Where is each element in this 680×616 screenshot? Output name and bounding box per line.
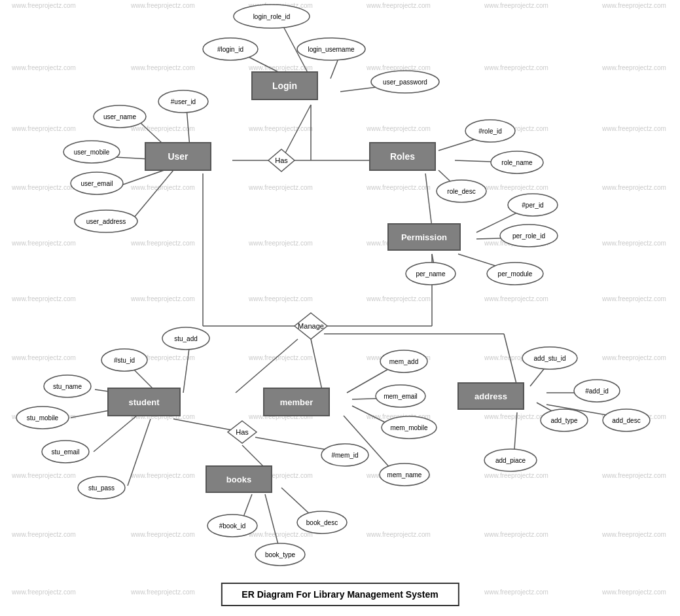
svg-text:www.freeprojectz.com: www.freeprojectz.com — [601, 589, 666, 596]
svg-text:www.freeprojectz.com: www.freeprojectz.com — [366, 64, 431, 71]
svg-text:www.freeprojectz.com: www.freeprojectz.com — [130, 589, 195, 596]
svg-text:www.freeprojectz.com: www.freeprojectz.com — [601, 472, 666, 479]
svg-text:www.freeprojectz.com: www.freeprojectz.com — [484, 413, 548, 420]
svg-text:www.freeprojectz.com: www.freeprojectz.com — [484, 64, 548, 71]
entity-login-label: Login — [272, 81, 297, 91]
attr-mem-mobile-label: mem_mobile — [390, 424, 428, 431]
svg-text:www.freeprojectz.com: www.freeprojectz.com — [601, 125, 666, 132]
svg-text:www.freeprojectz.com: www.freeprojectz.com — [366, 531, 431, 538]
entity-user-label: User — [168, 151, 188, 162]
attr-stu-email-label: stu_email — [52, 448, 80, 456]
attr-book-desc-label: book_desc — [306, 519, 338, 526]
svg-text:www.freeprojectz.com: www.freeprojectz.com — [484, 589, 548, 596]
attr-login-role-id-label: login_role_id — [253, 13, 291, 20]
attr-mem-name-label: mem_name — [387, 471, 422, 479]
svg-text:www.freeprojectz.com: www.freeprojectz.com — [11, 125, 76, 132]
attr-role-desc-label: role_desc — [447, 188, 475, 195]
svg-line-71 — [281, 105, 311, 160]
svg-text:www.freeprojectz.com: www.freeprojectz.com — [11, 472, 76, 479]
attr-user-name-label: user_name — [103, 113, 136, 120]
svg-text:www.freeprojectz.com: www.freeprojectz.com — [601, 354, 666, 361]
svg-text:www.freeprojectz.com: www.freeprojectz.com — [484, 2, 548, 9]
er-diagram: www.freeprojectz.com www.freeprojectz.co… — [0, 0, 680, 616]
attr-mem-id-label: #mem_id — [331, 452, 358, 459]
svg-text:www.freeprojectz.com: www.freeprojectz.com — [248, 295, 313, 302]
attr-login-username-label: login_username — [308, 46, 355, 53]
attr-mem-add-label: mem_add — [389, 358, 418, 365]
svg-line-95 — [183, 344, 190, 393]
svg-text:www.freeprojectz.com: www.freeprojectz.com — [601, 2, 666, 9]
attr-role-name-label: role_name — [501, 159, 533, 166]
svg-text:www.freeprojectz.com: www.freeprojectz.com — [248, 125, 313, 132]
svg-text:www.freeprojectz.com: www.freeprojectz.com — [601, 184, 666, 191]
svg-text:www.freeprojectz.com: www.freeprojectz.com — [601, 531, 666, 538]
entity-books-label: books — [226, 475, 251, 484]
rel-manage-label: Manage — [298, 322, 324, 330]
attr-add-stu-id-label: add_stu_id — [534, 355, 566, 362]
entity-address-label: address — [474, 391, 507, 401]
svg-text:www.freeprojectz.com: www.freeprojectz.com — [130, 184, 195, 191]
svg-text:www.freeprojectz.com: www.freeprojectz.com — [601, 64, 666, 71]
rel-has-label: Has — [275, 156, 288, 164]
rel-has2-label: Has — [236, 428, 249, 436]
svg-text:www.freeprojectz.com: www.freeprojectz.com — [484, 472, 548, 479]
svg-text:www.freeprojectz.com: www.freeprojectz.com — [366, 295, 431, 302]
svg-text:www.freeprojectz.com: www.freeprojectz.com — [366, 125, 431, 132]
attr-stu-name-label: stu_name — [53, 383, 82, 390]
attr-book-type-label: book_type — [265, 551, 296, 558]
svg-text:www.freeprojectz.com: www.freeprojectz.com — [484, 295, 548, 302]
svg-text:www.freeprojectz.com: www.freeprojectz.com — [130, 2, 195, 9]
svg-text:www.freeprojectz.com: www.freeprojectz.com — [484, 531, 548, 538]
svg-line-91 — [236, 339, 298, 393]
svg-line-92 — [311, 339, 323, 393]
attr-mem-email-label: mem_email — [384, 393, 418, 400]
svg-line-76 — [131, 170, 173, 221]
attr-role-id-label: #role_id — [478, 128, 502, 135]
svg-line-82 — [425, 173, 432, 228]
svg-text:www.freeprojectz.com: www.freeprojectz.com — [601, 240, 666, 247]
diagram-title: ER Diagram For Library Management System — [221, 583, 459, 606]
attr-add-id-label: #add_id — [585, 388, 609, 395]
attr-login-id-label: #login_id — [217, 46, 243, 53]
svg-text:www.freeprojectz.com: www.freeprojectz.com — [248, 64, 313, 71]
attr-stu-mobile-label: stu_mobile — [27, 414, 59, 422]
svg-text:www.freeprojectz.com: www.freeprojectz.com — [11, 589, 76, 596]
attr-add-place-label: add_piace — [495, 457, 526, 464]
entity-roles-label: Roles — [390, 151, 415, 162]
svg-text:www.freeprojectz.com: www.freeprojectz.com — [366, 184, 431, 191]
attr-per-module-label: per_module — [498, 270, 533, 278]
svg-text:www.freeprojectz.com: www.freeprojectz.com — [11, 240, 76, 247]
attr-add-type-label: add_type — [550, 417, 578, 424]
svg-text:www.freeprojectz.com: www.freeprojectz.com — [484, 184, 548, 191]
attr-per-id-label: #per_id — [522, 202, 543, 209]
svg-text:www.freeprojectz.com: www.freeprojectz.com — [130, 240, 195, 247]
svg-text:www.freeprojectz.com: www.freeprojectz.com — [248, 354, 313, 361]
attr-stu-pass-label: stu_pass — [88, 484, 115, 492]
entity-permission-label: Permission — [401, 232, 447, 242]
svg-text:www.freeprojectz.com: www.freeprojectz.com — [11, 2, 76, 9]
svg-text:www.freeprojectz.com: www.freeprojectz.com — [11, 295, 76, 302]
svg-text:www.freeprojectz.com: www.freeprojectz.com — [130, 531, 195, 538]
svg-text:www.freeprojectz.com: www.freeprojectz.com — [366, 2, 431, 9]
svg-text:www.freeprojectz.com: www.freeprojectz.com — [11, 354, 76, 361]
svg-text:www.freeprojectz.com: www.freeprojectz.com — [601, 295, 666, 302]
attr-stu-add-label: stu_add — [174, 335, 198, 342]
svg-text:www.freeprojectz.com: www.freeprojectz.com — [11, 184, 76, 191]
svg-text:www.freeprojectz.com: www.freeprojectz.com — [130, 295, 195, 302]
svg-text:www.freeprojectz.com: www.freeprojectz.com — [130, 64, 195, 71]
attr-user-mobile-label: user_mobile — [74, 149, 110, 156]
attr-user-email-label: user_email — [81, 180, 113, 187]
attr-stu-id-label: #stu_id — [114, 357, 135, 364]
svg-line-99 — [94, 412, 141, 452]
attr-user-id-label: #user_id — [171, 98, 196, 105]
svg-text:www.freeprojectz.com: www.freeprojectz.com — [11, 64, 76, 71]
svg-text:www.freeprojectz.com: www.freeprojectz.com — [11, 531, 76, 538]
attr-per-name-label: per_name — [416, 270, 445, 278]
attr-per-role-id-label: per_role_id — [512, 232, 545, 240]
svg-text:www.freeprojectz.com: www.freeprojectz.com — [248, 531, 313, 538]
attr-user-address-label: user_address — [86, 218, 126, 225]
svg-text:www.freeprojectz.com: www.freeprojectz.com — [248, 184, 313, 191]
entity-member-label: member — [280, 397, 313, 407]
attr-user-password-label: user_password — [383, 79, 427, 86]
svg-text:www.freeprojectz.com: www.freeprojectz.com — [130, 472, 195, 479]
